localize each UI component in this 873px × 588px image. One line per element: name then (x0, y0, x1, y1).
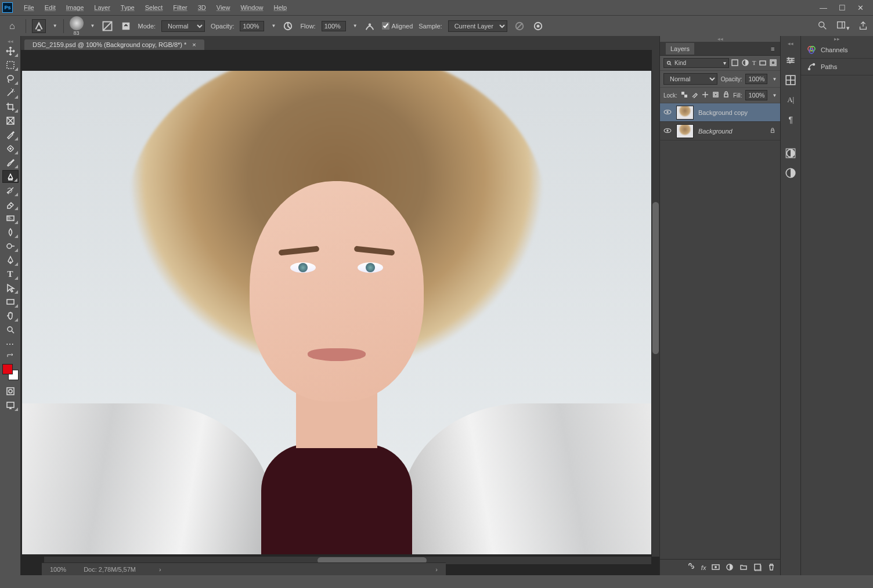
clone-stamp-tool[interactable] (2, 170, 19, 183)
tool-preset-picker[interactable] (32, 19, 46, 33)
lock-artboard-icon[interactable] (712, 91, 719, 99)
lock-transparency-icon[interactable] (681, 91, 688, 99)
marquee-tool[interactable] (2, 59, 19, 71)
chevron-right-icon[interactable]: › (435, 566, 438, 573)
paragraph-icon[interactable]: ¶ (785, 114, 796, 125)
character-icon[interactable]: A| (785, 94, 796, 106)
paths-panel-tab[interactable]: Paths (801, 59, 873, 75)
workspace-icon[interactable]: ▾ (836, 20, 850, 32)
layer-fill-input[interactable] (745, 90, 767, 100)
menu-file[interactable]: File (19, 2, 39, 13)
crop-tool[interactable] (2, 100, 19, 113)
chevron-down-icon[interactable]: ▼ (353, 23, 358, 28)
brush-panel-icon[interactable] (101, 20, 114, 33)
delete-layer-icon[interactable] (767, 563, 775, 572)
panel-grip[interactable]: ▸▸ (801, 36, 873, 42)
filter-pixel-icon[interactable] (731, 59, 738, 67)
menu-edit[interactable]: Edit (39, 2, 61, 13)
aligned-checkbox-input[interactable] (382, 22, 389, 30)
menu-select[interactable]: Select (140, 2, 168, 13)
maximize-button[interactable]: ☐ (839, 3, 846, 12)
filter-shape-icon[interactable] (759, 59, 766, 67)
home-icon[interactable]: ⌂ (5, 20, 20, 33)
pen-tool[interactable] (2, 254, 19, 266)
zoom-tool[interactable] (2, 323, 19, 336)
filter-smartobj-icon[interactable] (770, 59, 777, 67)
layer-thumbnail[interactable] (676, 124, 694, 138)
chevron-down-icon[interactable]: ▼ (772, 77, 777, 82)
close-icon[interactable]: × (192, 41, 196, 48)
menu-window[interactable]: Window (235, 2, 268, 13)
layer-name[interactable]: Background (698, 128, 765, 135)
screenmode-tool[interactable] (2, 399, 19, 412)
chevron-right-icon[interactable]: › (159, 566, 161, 573)
toolbox-grip[interactable]: ◂◂ (0, 38, 20, 44)
channels-panel-tab[interactable]: Channels (801, 42, 873, 59)
chevron-down-icon[interactable]: ▼ (91, 23, 95, 28)
gradient-tool[interactable] (2, 212, 19, 225)
aligned-checkbox[interactable]: Aligned (382, 22, 413, 30)
lock-all-icon[interactable] (723, 91, 730, 99)
share-icon[interactable] (858, 20, 868, 32)
link-layers-icon[interactable] (687, 563, 695, 572)
chevron-down-icon[interactable]: ▼ (772, 93, 777, 98)
pressure-opacity-icon[interactable] (282, 20, 294, 33)
lock-position-icon[interactable] (702, 91, 709, 99)
eraser-tool[interactable] (2, 198, 19, 211)
layer-mask-icon[interactable] (712, 563, 720, 572)
sample-select[interactable]: Current Layer (448, 20, 507, 32)
blend-mode-select[interactable]: Normal (161, 20, 205, 32)
filter-type-icon[interactable]: T (752, 59, 756, 67)
search-icon[interactable] (817, 20, 828, 32)
airbrush-icon[interactable] (363, 20, 376, 33)
minimize-button[interactable]: — (820, 3, 827, 12)
doc-info[interactable]: Doc: 2,78M/5,57M (84, 566, 136, 573)
eyedropper-tool[interactable] (2, 128, 19, 141)
layer-item[interactable]: Background (660, 122, 780, 140)
layer-group-icon[interactable] (739, 563, 748, 572)
layer-blend-select[interactable]: Normal (663, 73, 717, 85)
blur-tool[interactable] (2, 226, 19, 239)
layer-item[interactable]: Background copy (660, 103, 780, 122)
grid-icon[interactable] (785, 74, 796, 86)
menu-filter[interactable]: Filter (168, 2, 192, 13)
brush-tool[interactable] (2, 156, 19, 169)
layer-name[interactable]: Background copy (698, 109, 777, 116)
rectangle-tool[interactable] (2, 295, 19, 308)
layer-thumbnail[interactable] (676, 106, 694, 120)
menu-layer[interactable]: Layer (89, 2, 116, 13)
properties-icon[interactable] (785, 55, 796, 66)
panel-grip[interactable]: ◂◂ (660, 36, 780, 42)
filter-adjustment-icon[interactable] (742, 59, 749, 67)
healing-brush-tool[interactable] (2, 142, 19, 155)
menu-view[interactable]: View (211, 2, 236, 13)
swap-colors-icon[interactable] (2, 352, 19, 360)
zoom-display[interactable]: 100% (50, 566, 66, 573)
brush-preview[interactable] (70, 16, 84, 30)
layer-opacity-input[interactable] (745, 74, 767, 84)
layers-tab[interactable]: Layers (666, 43, 694, 55)
color-swatch[interactable] (2, 364, 19, 380)
canvas[interactable] (21, 50, 659, 575)
frame-tool[interactable] (2, 114, 19, 127)
menu-help[interactable]: Help (269, 2, 293, 13)
vertical-scrollbar[interactable] (652, 50, 659, 557)
lock-pixels-icon[interactable] (691, 91, 698, 99)
clone-source-icon[interactable] (120, 20, 132, 33)
magic-wand-tool[interactable] (2, 86, 19, 99)
close-button[interactable]: ✕ (857, 3, 864, 12)
type-tool[interactable]: T (2, 268, 19, 280)
foreground-color[interactable] (2, 364, 13, 374)
move-tool[interactable] (2, 45, 19, 57)
opacity-input[interactable] (240, 21, 264, 31)
flow-input[interactable] (322, 21, 346, 31)
history-brush-tool[interactable] (2, 184, 19, 197)
adjustments-icon[interactable] (785, 147, 796, 159)
pressure-size-icon[interactable] (532, 20, 544, 33)
ignore-adjustment-icon[interactable] (513, 20, 526, 33)
hand-tool[interactable] (2, 309, 19, 322)
document-tab[interactable]: DSC_2159.psd @ 100% (Background copy, RG… (24, 39, 204, 50)
layer-filter-select[interactable]: Kind ▾ (663, 58, 729, 68)
menu-3d[interactable]: 3D (193, 2, 211, 13)
layer-fx-icon[interactable]: fx (701, 564, 706, 571)
